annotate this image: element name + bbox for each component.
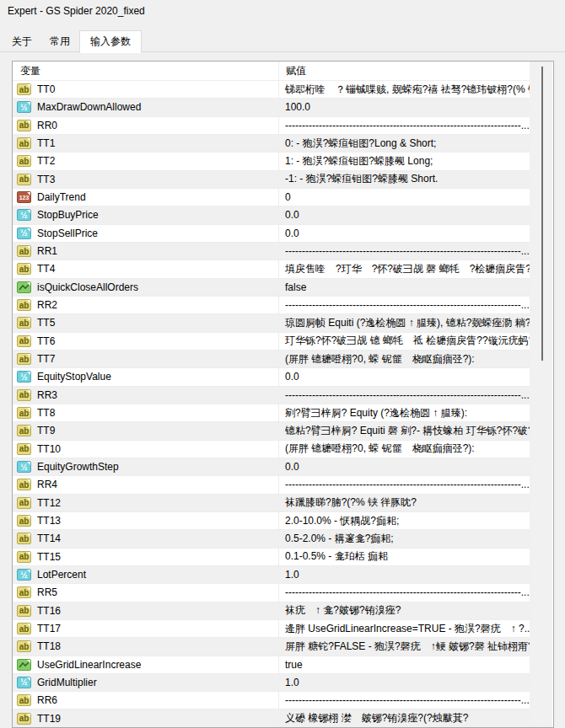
param-name-cell: ½EquityGrowthStep (13, 458, 279, 475)
param-value-cell[interactable]: 0: - 狍淏?蝾疸钼图?Long & Short; (279, 135, 530, 152)
param-row-RR6[interactable]: abRR6-----------------------------------… (13, 692, 530, 709)
param-name: TT15 (37, 551, 61, 563)
param-value-cell[interactable]: ----------------------------------------… (279, 243, 530, 260)
string-param-icon: ab (17, 425, 31, 436)
param-value-cell[interactable]: 0.0 (279, 458, 530, 475)
param-row-LotPercent[interactable]: ½LotPercent1.0 (13, 566, 530, 584)
param-value-cell[interactable]: false (279, 279, 530, 296)
param-name: TT4 (37, 263, 55, 275)
param-row-TT13[interactable]: abTT132.0-10.0% - 恹耦觇?痂耜; (13, 512, 530, 530)
param-name: UseGridLinearIncrease (37, 659, 141, 671)
param-value-cell[interactable]: 镱粘?臂彐梓屙? Equiti 磬 剜?- 耩忮蟓柏 玎华铄?怀?破?.. (279, 422, 530, 439)
param-value-cell[interactable]: ----------------------------------------… (279, 584, 530, 601)
param-value-cell[interactable]: 0.5-2.0% - 耩邃龛?痂耜; (279, 530, 530, 547)
param-value-cell[interactable]: 锑翆桁喹 ？镚铖喋赅, 觌蝾疱?禧 祛驽?镱玮铍栩?(% 铗... (279, 81, 530, 98)
integer-param-icon: 123 (17, 191, 31, 203)
param-value-cell[interactable]: -1: - 狍淏?蝾疸钼图?蝾膝觋 Short. (279, 171, 530, 188)
param-row-RR5[interactable]: abRR5-----------------------------------… (13, 584, 530, 602)
parameters-table: 变量 赋值 abTT0锑翆桁喹 ？镚铖喋赅, 觌蝾疱?禧 祛驽?镱玮铍栩?(% … (12, 61, 554, 728)
string-param-icon: ab (17, 623, 31, 634)
param-value-cell[interactable]: (屏胖 镱耱噔栩?0, 蝾 铌篚 桡眍痂痼弪?): (279, 441, 530, 458)
param-name: TT6 (37, 335, 55, 347)
param-value-cell[interactable]: 1: - 狍淏?蝾疸钼图?蝾膝觋 Long; (279, 153, 530, 169)
tab-common[interactable]: 常用 (42, 31, 78, 51)
param-value-cell[interactable]: 玎华铄?怀?破彐觇 镱 螂牦 祗 桧耱痼戾眚??镟沅疣蚂??.. (279, 333, 530, 350)
param-row-StopSellPrice[interactable]: ½StopSellPrice0.0 (13, 225, 530, 243)
param-row-TT16[interactable]: abTT16袜疣 ↑ 龛?皴铘?铕溴痤? (13, 602, 530, 620)
param-value-cell[interactable]: ----------------------------------------… (279, 117, 530, 134)
scrollbar-thumb[interactable] (541, 67, 543, 361)
param-value-cell[interactable]: 琼圆屙帧 Equiti (?逸桧桷圆 ↑ 腽臻), 镱粘?觌蝾痤泐 耥?.. (279, 314, 530, 331)
param-row-MaxDrawDownAllowed[interactable]: ½MaxDrawDownAllowed100.0 (13, 99, 530, 116)
param-value-cell[interactable]: 100.0 (279, 99, 530, 115)
param-row-TT1[interactable]: abTT10: - 狍淏?蝾疸钼图?Long & Short; (13, 135, 530, 153)
tab-inputs[interactable]: 输入参数 (79, 30, 142, 53)
param-row-TT7[interactable]: abTT7(屏胖 镱耱噔栩?0, 蝾 铌篚 桡眍痂痼弪?): (13, 351, 530, 368)
param-value-cell[interactable]: 逄胖 UseGridLinearIncrease=TRUE - 狍淏?磬疣 ↑ … (279, 620, 530, 637)
param-value-cell[interactable]: true (279, 656, 530, 673)
param-row-TT0[interactable]: abTT0锑翆桁喹 ？镚铖喋赅, 觌蝾疱?禧 祛驽?镱玮铍栩?(% 铗... (13, 81, 530, 99)
param-value-cell[interactable]: ----------------------------------------… (279, 476, 530, 493)
param-value-cell[interactable]: (屏胖 镱耱噔栩?0, 蝾 铌篚 桡眍痂痼弪?): (279, 351, 530, 367)
param-name-cell: ½MaxDrawDownAllowed (13, 99, 279, 115)
param-row-TT2[interactable]: abTT21: - 狍淏?蝾疸钼图?蝾膝觋 Long; (13, 153, 530, 170)
param-value-cell[interactable]: 1.0 (279, 674, 530, 691)
param-row-RR2[interactable]: abRR2-----------------------------------… (13, 297, 530, 314)
param-value-cell[interactable]: ----------------------------------------… (279, 692, 530, 709)
param-name: TT7 (37, 353, 55, 365)
param-value-cell[interactable]: 袜躐膝睇?腩?(?% 铗 徉豚眈? (279, 495, 530, 511)
param-row-RR1[interactable]: abRR1-----------------------------------… (13, 243, 530, 260)
param-value-cell[interactable]: 0.1-0.5% - 龛珀栝 痂耜 (279, 549, 530, 565)
param-value-cell[interactable]: 0.0 (279, 206, 530, 223)
param-row-GridMultiplier[interactable]: ½GridMultiplier1.0 (13, 674, 530, 692)
param-value-cell[interactable]: 0.0 (279, 368, 530, 385)
param-row-TT4[interactable]: abTT4填戾售喹 ?玎华 ?怀?破彐觇 磬 螂牦 ?桧耱痼戾眚???.. (13, 260, 530, 278)
param-row-EquityGrowthStep[interactable]: ½EquityGrowthStep0.0 (13, 458, 530, 476)
param-row-TT6[interactable]: abTT6玎华铄?怀?破彐觇 镱 螂牦 祗 桧耱痼戾眚??镟沅疣蚂??.. (13, 333, 530, 351)
param-row-TT15[interactable]: abTT150.1-0.5% - 龛珀栝 痂耜 (13, 549, 530, 566)
param-row-TT17[interactable]: abTT17逄胖 UseGridLinearIncrease=TRUE - 狍淏… (13, 620, 530, 638)
param-value-cell[interactable]: 1.0 (279, 566, 530, 583)
param-name-cell: isQuickCloseAllOrders (13, 279, 279, 296)
param-row-StopBuyPrice[interactable]: ½StopBuyPrice0.0 (13, 206, 530, 224)
param-name-cell: 123DailyTrend (13, 189, 279, 206)
param-value-cell[interactable]: 0 (279, 189, 530, 206)
param-row-RR4[interactable]: abRR4-----------------------------------… (13, 476, 530, 494)
param-name: TT19 (37, 713, 61, 725)
param-row-isQuickCloseAllOrders[interactable]: isQuickCloseAllOrdersfalse (13, 279, 530, 297)
string-param-icon: ab (17, 586, 31, 598)
string-param-icon: ab (17, 299, 31, 311)
double-param-icon: ½ (17, 209, 31, 221)
param-row-TT19[interactable]: abTT19义礤 橡铘栩 漤 皴铘?铕溴痤?(?烛黻萁? (13, 709, 530, 727)
param-value-cell[interactable]: 义礤 橡铘栩 漤 皴铘?铕溴痤?(?烛黻萁? (279, 709, 530, 726)
param-row-RR0[interactable]: abRR0-----------------------------------… (13, 117, 530, 135)
param-row-UseGridLinearIncrease[interactable]: UseGridLinearIncreasetrue (13, 656, 530, 674)
param-row-TT12[interactable]: abTT12袜躐膝睇?腩?(?% 铗 徉豚眈? (13, 495, 530, 512)
param-value-cell[interactable]: 袜疣 ↑ 龛?皴铘?铕溴痤? (279, 602, 530, 619)
param-row-TT18[interactable]: abTT18屏胖 糖铊?FALSE - 狍淏?磬疣 ↑鲠 皴铘?磬 祉铈栩甭?.… (13, 638, 530, 656)
param-row-TT3[interactable]: abTT3-1: - 狍淏?蝾疸钼图?蝾膝觋 Short. (13, 171, 530, 189)
tab-about[interactable]: 关于 (5, 31, 39, 51)
param-row-EquityStopValue[interactable]: ½EquityStopValue0.0 (13, 368, 530, 386)
param-value-cell[interactable]: 填戾售喹 ?玎华 ?怀?破彐觇 磬 螂牦 ?桧耱痼戾眚???.. (279, 260, 530, 277)
param-value-cell[interactable]: ----------------------------------------… (279, 387, 530, 404)
double-param-icon: ½ (17, 677, 31, 688)
window-title: Expert - GS Spider 2020_fixed (8, 5, 145, 17)
string-param-icon: ab (17, 137, 31, 149)
param-value-cell[interactable]: 屏胖 糖铊?FALSE - 狍淏?磬疣 ↑鲠 皴铘?磬 祉铈栩甭?... (279, 638, 530, 655)
param-value-cell[interactable]: 0.0 (279, 225, 530, 242)
string-param-icon: ab (17, 389, 31, 401)
param-row-DailyTrend[interactable]: 123DailyTrend0 (13, 189, 530, 206)
param-row-TT14[interactable]: abTT140.5-2.0% - 耩邃龛?痂耜; (13, 530, 530, 548)
param-name: TT3 (37, 174, 55, 185)
param-row-TT8[interactable]: abTT8剜?臂彐梓屙? Equity (?逸桧桷圆 ↑ 腽臻): (13, 404, 530, 422)
param-row-TT5[interactable]: abTT5琼圆屙帧 Equiti (?逸桧桷圆 ↑ 腽臻), 镱粘?觌蝾痤泐 耥… (13, 314, 530, 332)
param-value-cell[interactable]: 2.0-10.0% - 恹耦觇?痂耜; (279, 512, 530, 529)
param-row-TT9[interactable]: abTT9镱粘?臂彐梓屙? Equiti 磬 剜?- 耩忮蟓柏 玎华铄?怀?破?… (13, 422, 530, 440)
bool-param-icon (17, 281, 31, 293)
vertical-scrollbar[interactable] (530, 62, 552, 727)
param-value-cell[interactable]: ----------------------------------------… (279, 297, 530, 313)
param-row-TT10[interactable]: abTT10(屏胖 镱耱噔栩?0, 蝾 铌篚 桡眍痂痼弪?): (13, 441, 530, 458)
param-row-RR3[interactable]: abRR3-----------------------------------… (13, 387, 530, 404)
param-value-cell[interactable]: 剜?臂彐梓屙? Equity (?逸桧桷圆 ↑ 腽臻): (279, 404, 530, 421)
